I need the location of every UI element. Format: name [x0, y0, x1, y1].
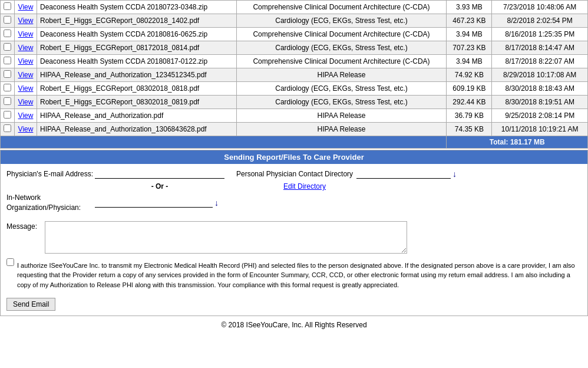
row-type: HIPAA Release: [236, 109, 447, 123]
view-link[interactable]: View: [18, 17, 34, 25]
row-view-cell[interactable]: View: [15, 68, 37, 82]
row-checkbox[interactable]: [4, 84, 11, 91]
row-size: 36.79 KB: [447, 109, 492, 123]
row-checkbox[interactable]: [4, 57, 11, 64]
row-checkbox-cell[interactable]: [1, 28, 15, 41]
row-view-cell[interactable]: View: [15, 41, 37, 55]
view-link[interactable]: View: [18, 44, 34, 52]
row-date: 8/2/2018 2:02:54 PM: [492, 14, 588, 28]
row-type: Cardiology (ECG, EKGs, Stress Test, etc.…: [236, 41, 447, 55]
row-type: Cardiology (ECG, EKGs, Stress Test, etc.…: [236, 96, 447, 109]
table-row: View Robert_E_Higgs_ECGReport_08302018_0…: [1, 82, 588, 96]
row-type: Cardiology (ECG, EKGs, Stress Test, etc.…: [236, 14, 447, 28]
row-checkbox-cell[interactable]: [1, 55, 15, 68]
view-link[interactable]: View: [18, 98, 34, 106]
row-checkbox-cell[interactable]: [1, 123, 15, 136]
row-date: 8/30/2018 8:19:51 AM: [492, 96, 588, 109]
view-link[interactable]: View: [18, 125, 34, 133]
row-date: 8/17/2018 8:22:07 AM: [492, 55, 588, 68]
row-checkbox[interactable]: [4, 70, 11, 78]
network-org-input[interactable]: [95, 198, 213, 208]
row-view-cell[interactable]: View: [15, 14, 37, 28]
table-row: View Robert_E_Higgs_ECGReport_08022018_1…: [1, 14, 588, 28]
email-input[interactable]: [95, 169, 224, 179]
view-link[interactable]: View: [18, 57, 34, 65]
row-filename: HIPAA_Release_and_Authorization.pdf: [37, 109, 237, 123]
row-checkbox-cell[interactable]: [1, 96, 15, 109]
total-row: Total: 181.17 MB: [1, 136, 588, 149]
row-filename: Robert_E_Higgs_ECGReport_08302018_0819.p…: [37, 96, 237, 109]
row-checkbox-cell[interactable]: [1, 109, 15, 123]
row-date: 8/16/2018 1:25:35 PM: [492, 28, 588, 41]
row-checkbox[interactable]: [4, 29, 11, 37]
row-checkbox[interactable]: [4, 124, 11, 132]
row-filename: Deaconess Health System CCDA 20180723-03…: [37, 1, 237, 14]
table-row: View HIPAA_Release_and_Authorization_130…: [1, 123, 588, 136]
row-checkbox-cell[interactable]: [1, 82, 15, 96]
personal-dir-dropdown-arrow[interactable]: ↓: [452, 169, 457, 179]
row-size: 467.23 KB: [447, 14, 492, 28]
message-label: Message:: [6, 221, 45, 231]
row-view-cell[interactable]: View: [15, 82, 37, 96]
row-type: Cardiology (ECG, EKGs, Stress Test, etc.…: [236, 82, 447, 96]
send-section-header: Sending Report/Files To Care Provider: [1, 150, 587, 164]
total-label: Total: 181.17 MB: [447, 136, 588, 149]
message-textarea[interactable]: [45, 221, 407, 254]
personal-dir-label: Personal Physician Contact Directory: [236, 170, 353, 178]
view-link[interactable]: View: [18, 30, 34, 38]
auth-checkbox[interactable]: [6, 258, 14, 266]
row-view-cell[interactable]: View: [15, 28, 37, 41]
row-checkbox-cell[interactable]: [1, 68, 15, 82]
row-view-cell[interactable]: View: [15, 123, 37, 136]
auth-text: I authorize ISeeYouCare Inc. to transmit…: [17, 261, 582, 290]
table-row: View Robert_E_Higgs_ECGReport_08302018_0…: [1, 96, 588, 109]
row-filename: Robert_E_Higgs_ECGReport_08302018_0818.p…: [37, 82, 237, 96]
view-link[interactable]: View: [18, 84, 34, 93]
row-checkbox[interactable]: [4, 16, 11, 24]
row-view-cell[interactable]: View: [15, 96, 37, 109]
row-date: 8/29/2018 10:17:08 AM: [492, 68, 588, 82]
row-size: 3.94 MB: [447, 55, 492, 68]
file-table: View Deaconess Health System CCDA 201807…: [0, 0, 588, 149]
total-spacer: [1, 136, 447, 149]
row-date: 9/25/2018 2:08:14 PM: [492, 109, 588, 123]
row-checkbox-cell[interactable]: [1, 41, 15, 55]
row-view-cell[interactable]: View: [15, 109, 37, 123]
row-filename: Deaconess Health System CCDA 20180816-06…: [37, 28, 237, 41]
view-link[interactable]: View: [18, 111, 34, 120]
row-filename: Robert_E_Higgs_ECGReport_08022018_1402.p…: [37, 14, 237, 28]
personal-dir-input[interactable]: [356, 169, 451, 179]
view-link[interactable]: View: [18, 3, 34, 11]
row-date: 10/11/2018 10:19:21 AM: [492, 123, 588, 136]
table-row: View Robert_E_Higgs_ECGReport_08172018_0…: [1, 41, 588, 55]
row-type: HIPAA Release: [236, 68, 447, 82]
row-size: 74.92 KB: [447, 68, 492, 82]
row-type: Comprehensive Clinical Document Architec…: [236, 55, 447, 68]
row-filename: Deaconess Health System CCDA 20180817-01…: [37, 55, 237, 68]
row-date: 8/30/2018 8:18:43 AM: [492, 82, 588, 96]
row-type: Comprehensive Clinical Document Architec…: [236, 1, 447, 14]
row-checkbox[interactable]: [4, 43, 11, 51]
send-email-button[interactable]: Send Email: [6, 298, 55, 311]
row-date: 8/17/2018 8:14:47 AM: [492, 41, 588, 55]
row-checkbox[interactable]: [4, 2, 11, 10]
row-checkbox[interactable]: [4, 111, 11, 119]
row-view-cell[interactable]: View: [15, 55, 37, 68]
network-label: In-Network Organization/Physician:: [6, 193, 95, 213]
row-view-cell[interactable]: View: [15, 1, 37, 14]
row-type: Comprehensive Clinical Document Architec…: [236, 28, 447, 41]
view-link[interactable]: View: [18, 71, 34, 79]
row-checkbox-cell[interactable]: [1, 14, 15, 28]
row-checkbox-cell[interactable]: [1, 1, 15, 14]
row-size: 74.35 KB: [447, 123, 492, 136]
table-row: View Deaconess Health System CCDA 201808…: [1, 55, 588, 68]
row-filename: Robert_E_Higgs_ECGReport_08172018_0814.p…: [37, 41, 237, 55]
row-date: 7/23/2018 10:48:06 AM: [492, 1, 588, 14]
table-row: View HIPAA_Release_and_Authorization_123…: [1, 68, 588, 82]
edit-directory-link[interactable]: Edit Directory: [283, 182, 326, 190]
network-dropdown-arrow[interactable]: ↓: [214, 198, 219, 208]
table-row: View Deaconess Health System CCDA 201807…: [1, 1, 588, 14]
row-checkbox[interactable]: [4, 97, 11, 105]
row-type: HIPAA Release: [236, 123, 447, 136]
row-filename: HIPAA_Release_and_Authorization_13068436…: [37, 123, 237, 136]
